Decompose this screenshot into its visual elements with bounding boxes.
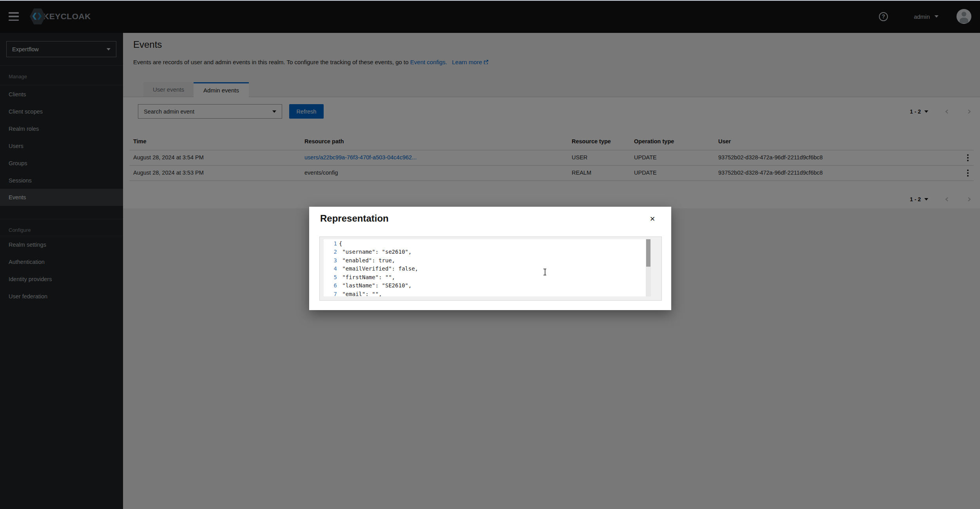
- editor-scrollbar-thumb[interactable]: [646, 239, 650, 267]
- top-edge-strip: [0, 0, 980, 1]
- code-line: "lastName": "SE2610",: [339, 282, 411, 289]
- line-number: 5: [324, 274, 337, 280]
- code-line: "username": "se2610",: [339, 249, 411, 255]
- code-line: "email": "",: [339, 291, 382, 296]
- representation-modal: Representation ✕ 1{ 2 "username": "se261…: [309, 207, 671, 310]
- code-line: "firstName": "",: [339, 274, 395, 280]
- code-editor: 1{ 2 "username": "se2610", 3 "enabled": …: [319, 236, 662, 301]
- code-line: "enabled": true,: [339, 257, 395, 264]
- line-number: 6: [324, 282, 337, 289]
- code-line: {: [339, 240, 342, 247]
- line-number: 2: [324, 249, 337, 255]
- code-line: "emailVerified": false,: [339, 265, 418, 272]
- line-number: 3: [324, 257, 337, 264]
- code-editor-content[interactable]: 1{ 2 "username": "se2610", 3 "enabled": …: [324, 239, 646, 296]
- line-number: 7: [324, 291, 337, 296]
- editor-scrollbar[interactable]: [646, 239, 651, 296]
- close-icon[interactable]: ✕: [648, 215, 657, 224]
- line-number: 4: [324, 265, 337, 272]
- keycloak-admin-console: ❮ ❯ KEYCLOAK ? admin Expertflow Manage C…: [0, 0, 980, 509]
- modal-title: Representation: [320, 213, 389, 224]
- text-cursor-ibeam-icon: [543, 269, 547, 275]
- line-number: 1: [324, 240, 337, 247]
